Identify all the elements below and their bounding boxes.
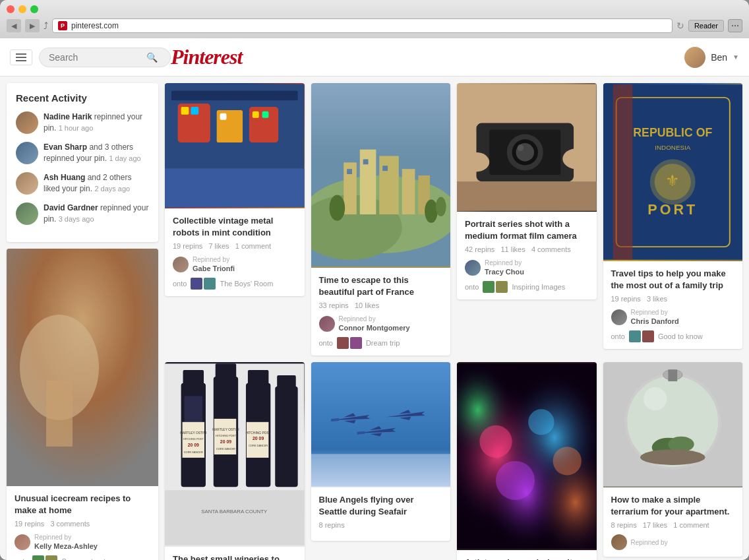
menu-button[interactable] — [10, 49, 32, 65]
search-input[interactable] — [49, 52, 141, 63]
pin-card[interactable]: Artists series exploring city lights at … — [457, 362, 597, 560]
address-bar[interactable]: P pinterest.com — [52, 18, 673, 33]
board-thumb — [337, 337, 349, 349]
pin-body: Artists series exploring city lights at … — [457, 550, 597, 560]
close-button[interactable] — [7, 5, 15, 13]
pin-stats: 42 repins 11 likes 4 comments — [465, 245, 589, 253]
board-name: Inspiring Images — [512, 283, 565, 291]
svg-point-25 — [329, 195, 345, 221]
svg-rect-13 — [171, 90, 298, 100]
pin-image — [311, 83, 451, 268]
share-button[interactable]: ⤴ — [44, 20, 48, 31]
board-thumb — [350, 337, 362, 349]
pin-image — [457, 83, 597, 212]
svg-rect-22 — [347, 169, 352, 174]
pin-card[interactable]: REPUBLIC OF INDONESIA ⚜ PORT — [603, 83, 743, 349]
svg-rect-104 — [668, 369, 677, 381]
reload-button[interactable]: ↻ — [676, 20, 684, 31]
svg-text:HARTLEY OSTINI: HARTLEY OSTINI — [180, 431, 206, 434]
svg-point-27 — [435, 197, 446, 216]
board-thumbnails — [483, 281, 508, 293]
pin-image — [603, 362, 743, 487]
svg-text:SANTA BARBARA COUNTY: SANTA BARBARA COUNTY — [201, 508, 268, 514]
activity-name: David Gardner — [44, 203, 98, 212]
repinner-name: Kelly Meza-Ashley — [34, 542, 98, 551]
activity-item[interactable]: Evan Sharp and 3 others repinned your pi… — [16, 142, 149, 164]
board-name: Good to know — [658, 332, 703, 340]
traffic-lights — [7, 5, 742, 13]
repinner-info: Repinned by Chris Danford — [631, 308, 679, 326]
pin-card[interactable]: Time to escape to this beautiful part of… — [311, 83, 451, 356]
left-column: Recent Activity Nadine Harik repinned yo… — [7, 83, 158, 560]
activity-name: Nadine Harik — [44, 112, 92, 121]
svg-rect-11 — [262, 111, 269, 118]
avatar — [173, 257, 189, 272]
board-thumbnails — [191, 278, 216, 290]
activity-time: 2 days ago — [94, 185, 130, 193]
minimize-button[interactable] — [18, 5, 26, 13]
recent-activity-title: Recent Activity — [16, 92, 149, 104]
avatar — [16, 202, 38, 225]
extensions-button[interactable]: ⋯ — [728, 19, 742, 32]
main-content: Recent Activity Nadine Harik repinned yo… — [0, 77, 749, 560]
svg-rect-70 — [277, 375, 296, 392]
svg-text:HARTLEY OSTINI: HARTLEY OSTINI — [212, 427, 239, 431]
board-thumb — [496, 281, 508, 293]
pin-image — [457, 362, 597, 550]
board-thumb — [204, 278, 216, 290]
avatar — [16, 111, 38, 134]
board-thumb — [483, 281, 494, 293]
svg-point-101 — [640, 449, 705, 465]
repinner-label: Repinned by — [485, 259, 524, 267]
svg-rect-49 — [183, 370, 204, 390]
pin-card[interactable]: How to make a simple terrarium for your … — [603, 362, 743, 557]
activity-text: Ash Huang and 2 others liked your pin. 2… — [44, 172, 149, 195]
reader-button[interactable]: Reader — [688, 20, 724, 32]
board-name: Dream trip — [366, 339, 400, 347]
pin-title: Collectible vintage metal robots in mint… — [173, 215, 297, 239]
user-menu[interactable]: Ben ▼ — [684, 47, 739, 68]
activity-item[interactable]: Ash Huang and 2 others liked your pin. 2… — [16, 172, 149, 195]
repinner-info: Repinned by Gabe Trionfi — [193, 255, 235, 273]
board-thumbnails — [629, 330, 654, 342]
browser-toolbar: ◀ ▶ ⤴ P pinterest.com ↻ Reader ⋯ — [7, 18, 742, 38]
svg-text:HITCHING POST: HITCHING POST — [216, 434, 236, 437]
pin-body: Collectible vintage metal robots in mint… — [165, 208, 305, 296]
pin-card[interactable]: HARTLEY OSTINI HITCHING POST 20 09 CORK … — [165, 362, 305, 560]
back-button[interactable]: ◀ — [7, 19, 21, 32]
pin-repinner: Repinned by Tracy Chou — [465, 259, 589, 276]
svg-rect-46 — [613, 84, 632, 260]
activity-text: Nadine Harik repinned your pin. 1 hour a… — [44, 111, 149, 134]
forward-button[interactable]: ▶ — [25, 19, 40, 32]
onto-label: onto — [173, 280, 187, 288]
pin-title: Unusual icecream recipes to make at home — [15, 493, 150, 516]
onto-section: onto Summer treats — [15, 555, 150, 560]
search-bar[interactable]: 🔍 — [39, 47, 171, 67]
svg-rect-10 — [253, 111, 259, 118]
pin-body: How to make a simple terrarium for your … — [603, 487, 743, 557]
pin-stats: 33 repins 10 likes — [319, 301, 443, 309]
activity-item[interactable]: David Gardner repinned your pin. 3 days … — [16, 202, 149, 225]
pin-stats: 19 repins 3 likes — [611, 295, 735, 303]
pin-image: REPUBLIC OF INDONESIA ⚜ PORT — [603, 83, 743, 261]
repinner-info: Repinned by Kelly Meza-Ashley — [34, 533, 98, 551]
pin-body: The best small wineries to visit in Cali… — [165, 547, 305, 560]
pin-card[interactable]: Portrait series shot with a medium forma… — [457, 83, 597, 299]
svg-rect-85 — [311, 454, 451, 486]
maximize-button[interactable] — [30, 5, 38, 13]
pin-card[interactable]: Collectible vintage metal robots in mint… — [165, 83, 305, 296]
svg-point-92 — [479, 425, 512, 457]
svg-text:20 09: 20 09 — [220, 439, 231, 444]
pin-repinner: Repinned by Connor Montgomery — [319, 315, 443, 332]
pin-title: Blue Angels flying over Seattle during S… — [319, 494, 443, 518]
repinner-info: Repinned by Tracy Chou — [485, 259, 524, 276]
avatar — [465, 260, 481, 276]
pin-card[interactable]: Unusual icecream recipes to make at home… — [7, 249, 158, 560]
pin-title: How to make a simple terrarium for your … — [611, 494, 735, 518]
pin-card[interactable]: Blue Angels flying over Seattle during S… — [311, 362, 451, 541]
pin-body: Time to escape to this beautiful part of… — [311, 268, 451, 356]
pin-image — [311, 362, 451, 487]
activity-item[interactable]: Nadine Harik repinned your pin. 1 hour a… — [16, 111, 149, 134]
user-name: Ben — [711, 52, 727, 63]
svg-text:CORK DANCER: CORK DANCER — [184, 451, 203, 454]
